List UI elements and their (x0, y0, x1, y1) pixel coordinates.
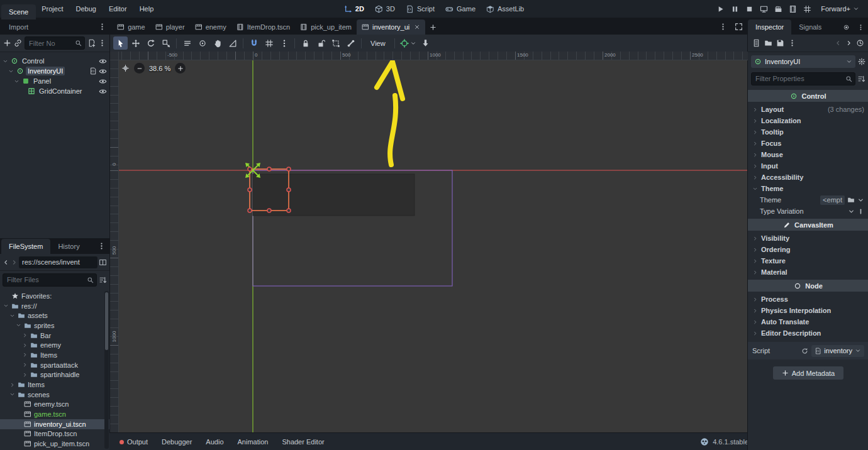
distraction-free-icon[interactable] (731, 19, 747, 35)
file-item-scenes[interactable]: scenes (0, 390, 109, 400)
scene-tab-pick-up-item[interactable]: pick_up_item (295, 19, 357, 35)
section-theme[interactable]: Theme (748, 183, 868, 194)
scale-tool[interactable] (159, 36, 173, 50)
current-path[interactable]: res://scenes/invent (19, 256, 97, 268)
workspace-2d[interactable]: 2D (344, 5, 364, 13)
history-forward-icon[interactable] (11, 259, 18, 266)
attached-script-icon[interactable] (89, 67, 97, 75)
file-item-game-tscn[interactable]: game.tscn (0, 409, 109, 419)
list-select-tool[interactable] (180, 36, 194, 50)
tab-inspector[interactable]: Inspector (748, 19, 791, 35)
section-physics-interpolation[interactable]: Physics Interpolation (748, 305, 868, 316)
file-sort-icon[interactable] (99, 276, 107, 284)
object-history-icon[interactable] (856, 39, 864, 47)
dropdown-icon[interactable] (848, 208, 855, 215)
load-resource-icon[interactable] (764, 39, 772, 47)
scene-node-gridcontainer[interactable]: GridContainer (0, 86, 109, 96)
visibility-toggle-icon[interactable] (99, 57, 107, 65)
section-tooltip[interactable]: Tooltip (748, 126, 868, 138)
visibility-toggle-icon[interactable] (99, 87, 107, 96)
filesystem-scrollbar[interactable] (104, 291, 109, 449)
history-back-icon[interactable] (835, 40, 842, 47)
workspace-assetlib[interactable]: AssetLib (486, 5, 524, 13)
visibility-toggle-icon[interactable] (99, 67, 107, 75)
scene-node-control[interactable]: Control (0, 56, 109, 66)
collapse-arrow-icon[interactable] (15, 322, 21, 328)
section-ordering[interactable]: Ordering (748, 244, 868, 255)
property-filter-input[interactable] (754, 74, 843, 83)
section-accessibility[interactable]: Accessibility (748, 172, 868, 183)
file-item-enemy[interactable]: enemy (0, 340, 109, 350)
scene-tab-player[interactable]: player (150, 19, 190, 35)
expand-arrow-icon[interactable] (21, 332, 28, 338)
save-resource-icon[interactable] (776, 39, 784, 47)
scene-filter-input[interactable] (28, 39, 73, 48)
add-node-button[interactable] (3, 39, 11, 47)
movie-maker-button[interactable] (774, 5, 782, 13)
file-item-favorites[interactable]: Favorites: (0, 291, 109, 301)
tab-import[interactable]: Import (1, 19, 36, 35)
remote-debug-button[interactable] (760, 5, 768, 13)
section-input[interactable]: Input (748, 160, 868, 172)
file-item-inventory-ui-tscn[interactable]: inventory_ui.tscn (0, 419, 109, 429)
split-view-icon[interactable] (99, 258, 107, 266)
file-filter-input[interactable] (6, 275, 85, 284)
zoom-out-button[interactable] (134, 63, 145, 74)
workspace-3d[interactable]: 3D (375, 5, 395, 13)
collapse-arrow-icon[interactable] (9, 313, 15, 319)
pivot-tool[interactable] (195, 36, 209, 50)
menu-editor[interactable]: Editor (103, 3, 133, 15)
scene-tree-menu-icon[interactable] (98, 39, 106, 47)
scene-dock-menu-icon[interactable] (94, 19, 110, 35)
file-item-sprites[interactable]: sprites (0, 321, 109, 331)
move-tool[interactable] (128, 36, 143, 50)
inspected-node-select[interactable]: InventoryUI (751, 55, 855, 68)
section-texture[interactable]: Texture (748, 255, 868, 266)
zoom-level[interactable]: 38.6 % (149, 65, 170, 72)
history-forward-icon[interactable] (845, 40, 852, 47)
bottom-panel-debugger[interactable]: Debugger (155, 436, 198, 448)
section-process[interactable]: Process (748, 294, 868, 305)
edit-pinned-icon[interactable] (857, 208, 864, 215)
scene-tab-inventory-ui[interactable]: inventory_ui (357, 19, 425, 35)
collapse-arrow-icon[interactable] (8, 69, 14, 74)
workspace-script[interactable]: Script (406, 5, 435, 13)
unlock-selected-button[interactable] (313, 36, 328, 50)
group-selected-button[interactable] (328, 36, 343, 50)
expand-arrow-icon[interactable] (21, 343, 28, 348)
stop-button[interactable] (745, 5, 754, 13)
add-metadata-button[interactable]: Add Metadata (773, 366, 843, 380)
file-item-spartinhaidle[interactable]: spartinhaidle (0, 370, 109, 380)
renderer-select[interactable]: Forward+ (817, 3, 863, 14)
section-auto-translate[interactable]: Auto Translate (748, 316, 868, 327)
section-focus[interactable]: Focus (748, 138, 868, 149)
expand-arrow-icon[interactable] (21, 372, 28, 378)
select-tool[interactable] (113, 36, 128, 50)
grid-snap-toggle[interactable] (262, 36, 276, 50)
expand-arrow-icon[interactable] (21, 362, 28, 368)
skeleton-options-menu[interactable] (343, 36, 358, 50)
expand-arrow-icon[interactable] (9, 382, 15, 388)
history-back-icon[interactable] (3, 259, 9, 266)
collapse-arrow-icon[interactable] (3, 303, 9, 309)
section-material[interactable]: Material (748, 266, 868, 278)
renderer-settings-button[interactable] (803, 5, 811, 13)
dropdown-icon[interactable] (857, 197, 864, 204)
workspace-game[interactable]: Game (445, 5, 476, 13)
anchor-preset-button[interactable] (398, 39, 418, 48)
pause-button[interactable] (731, 5, 739, 13)
dock-menu-icon[interactable] (854, 20, 868, 35)
bottom-panel-animation[interactable]: Animation (231, 436, 275, 448)
close-tab-icon[interactable] (414, 24, 420, 30)
bottom-panel-audio[interactable]: Audio (199, 436, 230, 448)
panel-node-rect[interactable] (253, 174, 415, 216)
file-item-items[interactable]: Items (0, 350, 109, 360)
canvas[interactable]: 38.6 % (118, 60, 748, 432)
revert-script-icon[interactable] (801, 348, 808, 354)
section-localization[interactable]: Localization (748, 115, 868, 126)
file-item-pick-up-item-tscn[interactable]: pick_up_item.tscn (0, 439, 109, 449)
center-view-icon[interactable] (121, 64, 130, 72)
load-resource-icon[interactable] (847, 196, 855, 204)
property-sort-icon[interactable] (857, 75, 865, 83)
scene-tabs-menu-icon[interactable] (715, 19, 731, 35)
